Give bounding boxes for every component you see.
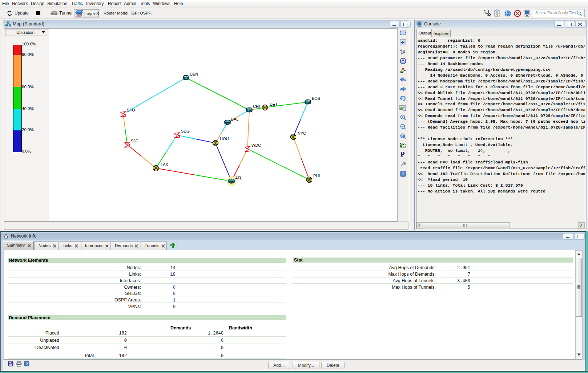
svg-text:BOS: BOS — [312, 96, 320, 101]
svg-text:SDG: SDG — [181, 129, 190, 133]
svg-text:DET: DET — [270, 102, 278, 106]
svg-text:SFO: SFO — [127, 108, 135, 112]
svg-text:?: ? — [26, 362, 28, 366]
svg-text:ATL: ATL — [235, 176, 242, 180]
svg-text:LAX: LAX — [161, 162, 168, 167]
svg-text:NYC: NYC — [298, 131, 306, 135]
svg-text:HOU: HOU — [220, 137, 229, 141]
svg-text:WDC: WDC — [251, 143, 261, 147]
svg-text:DAL: DAL — [231, 117, 238, 121]
svg-text:CHI: CHI — [253, 104, 260, 109]
svg-text:?: ? — [402, 172, 404, 176]
svg-text:SJC: SJC — [131, 139, 138, 143]
svg-text:DEN: DEN — [190, 72, 198, 76]
svg-text:PHI: PHI — [313, 174, 320, 178]
